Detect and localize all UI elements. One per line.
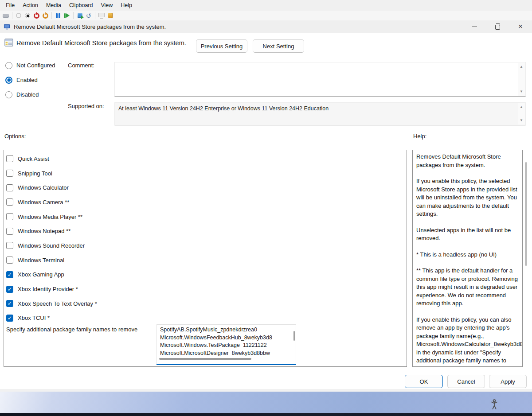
horizontal-scrollbar-thumb[interactable] xyxy=(159,358,251,360)
window-title: Remove Default Microsoft Store packages … xyxy=(14,23,166,30)
vm-toolbar xyxy=(0,11,532,21)
radio-icon[interactable] xyxy=(5,91,12,98)
menu-help[interactable]: Help xyxy=(117,0,136,11)
option-windows-notepad[interactable]: Windows Notepad ** xyxy=(4,224,407,238)
vm-desktop-background xyxy=(0,392,532,413)
share-icon[interactable] xyxy=(106,11,115,20)
option-label: Snipping Tool xyxy=(18,170,52,177)
turn-off-icon[interactable] xyxy=(23,11,32,20)
option-label: Xbox Speech To Text Overlay * xyxy=(18,300,97,307)
option-label: Xbox TCUI * xyxy=(18,315,50,321)
menu-bar: FileActionMediaClipboardViewHelp xyxy=(0,0,532,11)
radio-label: Enabled xyxy=(16,77,38,83)
cancel-button[interactable]: Cancel xyxy=(447,375,485,388)
menu-view[interactable]: View xyxy=(97,0,117,11)
menu-action[interactable]: Action xyxy=(19,0,42,11)
ctrl-alt-del-icon[interactable] xyxy=(1,11,10,20)
package-field-label: Specify additional package family names … xyxy=(6,326,137,333)
checkbox-icon[interactable] xyxy=(6,213,13,220)
option-windows-terminal[interactable]: Windows Terminal xyxy=(4,253,407,268)
comment-scrollbar[interactable]: ▲ ▼ xyxy=(518,63,525,96)
option-xbox-identity-provider[interactable]: Xbox Identity Provider * xyxy=(4,282,407,296)
checkbox-icon[interactable] xyxy=(6,170,13,177)
option-label: Windows Terminal xyxy=(18,257,64,264)
scroll-up-icon[interactable]: ▲ xyxy=(518,105,525,109)
radio-not-configured[interactable]: Not Configured xyxy=(5,61,55,70)
option-label: Xbox Identity Provider * xyxy=(18,286,78,292)
help-label: Help: xyxy=(413,133,426,140)
help-paragraph: ** This app is the default handler for a… xyxy=(416,267,519,308)
checkpoint-icon[interactable] xyxy=(75,11,84,20)
supported-on-label: Supported on: xyxy=(68,103,104,109)
option-xbox-speech-to-text-overlay[interactable]: Xbox Speech To Text Overlay * xyxy=(4,296,407,311)
restore-button[interactable] xyxy=(486,20,509,33)
radio-disabled[interactable]: Disabled xyxy=(5,90,55,99)
vertical-scrollbar-thumb[interactable] xyxy=(293,331,295,341)
option-label: Xbox Gaming App xyxy=(18,271,64,278)
option-windows-camera[interactable]: Windows Camera ** xyxy=(4,195,407,210)
checkbox-icon[interactable] xyxy=(6,286,13,293)
checkbox-icon[interactable] xyxy=(6,228,13,235)
comment-textbox[interactable]: ▲ ▼ xyxy=(114,62,526,97)
option-xbox-tcui[interactable]: Xbox TCUI * xyxy=(4,311,407,326)
package-names-textbox[interactable]: SpotifyAB.SpotifyMusic_zpdnekdrzrea0 Mic… xyxy=(156,324,296,364)
checkbox-icon[interactable] xyxy=(6,184,13,191)
restore-icon xyxy=(495,25,500,30)
accessibility-icon xyxy=(489,399,500,413)
option-xbox-gaming-app[interactable]: Xbox Gaming App xyxy=(4,268,407,282)
option-windows-calculator[interactable]: Windows Calculator xyxy=(4,180,407,195)
menu-file[interactable]: File xyxy=(2,0,19,11)
checkbox-icon[interactable] xyxy=(6,242,13,249)
scroll-down-icon[interactable]: ▼ xyxy=(518,89,525,94)
scroll-down-icon[interactable]: ▼ xyxy=(518,118,525,123)
menu-clipboard[interactable]: Clipboard xyxy=(65,0,97,11)
reset-icon[interactable] xyxy=(63,11,71,20)
comment-label: Comment: xyxy=(68,62,94,69)
shut-down-icon[interactable] xyxy=(32,11,41,20)
scroll-up-icon[interactable]: ▲ xyxy=(518,65,525,69)
package-names-text[interactable]: SpotifyAB.SpotifyMusic_zpdnekdrzrea0 Mic… xyxy=(157,325,292,358)
help-paragraph: * This is a headless app (no UI) xyxy=(416,251,519,259)
checkbox-icon[interactable] xyxy=(6,198,13,206)
supported-on-scrollbar[interactable]: ▲ ▼ xyxy=(518,103,525,124)
option-label: Windows Camera ** xyxy=(18,199,69,206)
option-label: Windows Sound Recorder xyxy=(18,242,85,249)
radio-icon[interactable] xyxy=(5,62,12,69)
options-label: Options: xyxy=(4,133,26,140)
help-scrollbar-thumb[interactable] xyxy=(525,162,527,266)
checkbox-icon[interactable] xyxy=(6,300,13,307)
radio-icon[interactable] xyxy=(5,77,12,84)
toolbar-separator xyxy=(51,12,52,19)
enhanced-session-icon[interactable] xyxy=(97,11,106,20)
option-snipping-tool[interactable]: Snipping Tool xyxy=(4,166,407,181)
revert-icon[interactable] xyxy=(84,11,93,20)
help-paragraph: Unselected apps in the list will not be … xyxy=(416,226,519,243)
help-paragraph: If you enable this policy, the selected … xyxy=(416,177,519,218)
option-windows-sound-recorder[interactable]: Windows Sound Recorder xyxy=(4,238,407,253)
pause-icon[interactable] xyxy=(54,11,63,20)
window-monitor-icon xyxy=(4,23,10,30)
radio-enabled[interactable]: Enabled xyxy=(5,76,55,84)
menu-media[interactable]: Media xyxy=(42,0,65,11)
minimize-button[interactable] xyxy=(463,20,486,33)
ok-button[interactable]: OK xyxy=(405,375,443,388)
dialog-title: Remove Default Microsoft Store packages … xyxy=(16,39,186,47)
next-setting-button[interactable]: Next Setting xyxy=(253,39,304,53)
option-quick-assist[interactable]: Quick Assist xyxy=(4,152,407,166)
apply-button[interactable]: Apply xyxy=(489,375,527,388)
toolbar-separator xyxy=(95,12,95,19)
policy-setting-dialog: Remove Default Microsoft Store packages … xyxy=(0,33,532,392)
previous-setting-button[interactable]: Previous Setting xyxy=(196,39,247,53)
checkbox-icon[interactable] xyxy=(6,315,13,322)
checkbox-icon[interactable] xyxy=(6,271,13,278)
start-icon[interactable] xyxy=(14,11,23,20)
option-windows-media-player[interactable]: Windows Media Player ** xyxy=(4,210,407,224)
checkbox-icon[interactable] xyxy=(6,257,13,264)
radio-label: Disabled xyxy=(16,91,39,98)
close-button[interactable]: × xyxy=(509,20,532,33)
supported-on-value: At least Windows 11 Version 24H2 Enterpr… xyxy=(115,103,525,112)
checkbox-icon[interactable] xyxy=(6,155,13,162)
supported-on-textbox: At least Windows 11 Version 24H2 Enterpr… xyxy=(114,102,526,125)
save-icon[interactable] xyxy=(41,11,50,20)
option-label: Quick Assist xyxy=(18,156,49,162)
